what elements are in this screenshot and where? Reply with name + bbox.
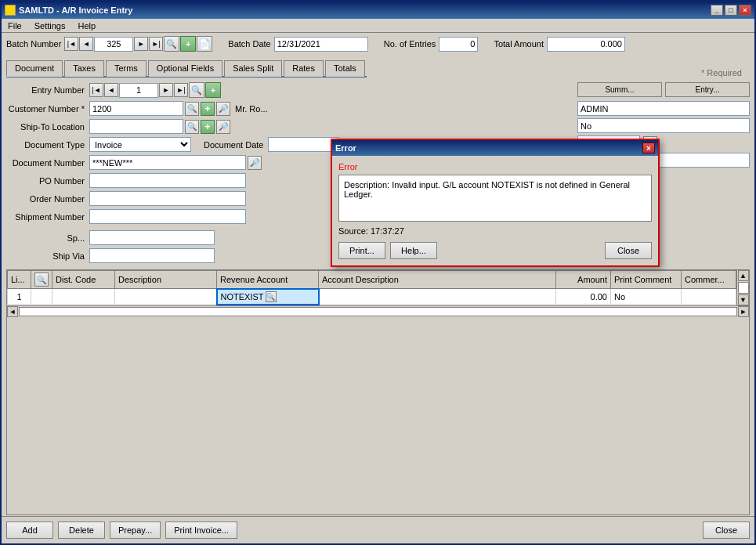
error-buttons: Print... Help... Close bbox=[338, 242, 652, 259]
error-print-btn[interactable]: Print... bbox=[338, 242, 385, 259]
error-dialog: Error × Error Description: Invalid input… bbox=[331, 139, 660, 267]
error-source-value: 17:37:27 bbox=[371, 226, 404, 236]
error-message-text: Description: Invalid input. G/L account … bbox=[344, 180, 630, 199]
window-frame: SAMLTD - A/R Invoice Entry _ □ × File Se… bbox=[0, 0, 756, 545]
error-title-bar: Error × bbox=[332, 140, 658, 156]
error-help-btn[interactable]: Help... bbox=[390, 242, 437, 259]
dialog-overlay: Error × Error Description: Invalid input… bbox=[2, 2, 754, 543]
error-label: Error bbox=[338, 162, 652, 171]
error-dialog-title: Error bbox=[335, 143, 356, 153]
error-close-x-btn[interactable]: × bbox=[642, 143, 655, 153]
error-source-label: Source: bbox=[338, 226, 368, 236]
error-close-btn[interactable]: Close bbox=[605, 242, 652, 259]
error-source: Source: 17:37:27 bbox=[338, 226, 652, 236]
error-message-box: Description: Invalid input. G/L account … bbox=[338, 175, 652, 222]
error-body: Error Description: Invalid input. G/L ac… bbox=[332, 156, 658, 265]
